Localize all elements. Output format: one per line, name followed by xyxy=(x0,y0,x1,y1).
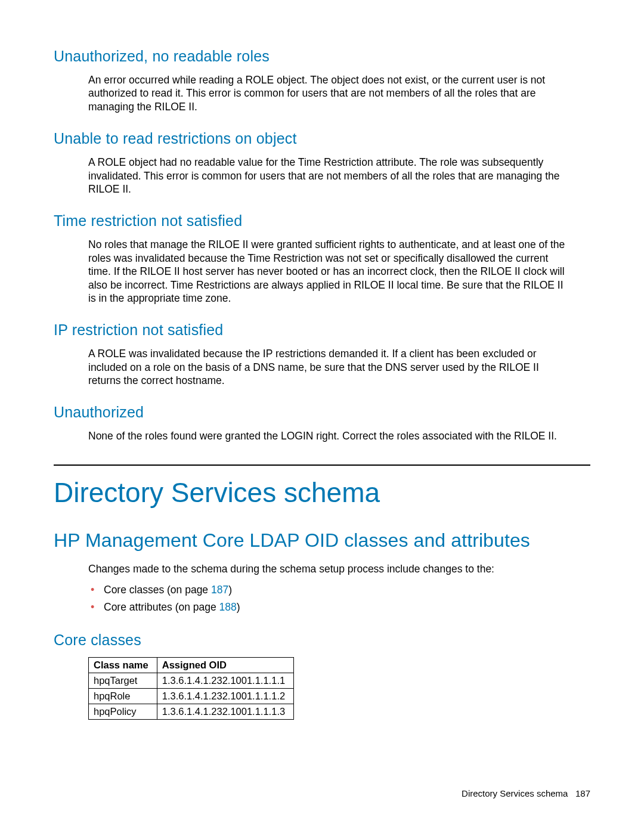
table-cell: 1.3.6.1.4.1.232.1001.1.1.1.3 xyxy=(157,704,293,720)
page-footer: Directory Services schema 187 xyxy=(462,788,590,798)
intro-text: Changes made to the schema during the sc… xyxy=(88,563,590,575)
table-row: hpqPolicy 1.3.6.1.4.1.232.1001.1.1.1.3 xyxy=(89,704,294,720)
table-header-row: Class name Assigned OID xyxy=(89,658,294,673)
page-link[interactable]: 187 xyxy=(211,584,228,596)
table-row: hpqTarget 1.3.6.1.4.1.232.1001.1.1.1.1 xyxy=(89,673,294,689)
core-classes-table: Class name Assigned OID hpqTarget 1.3.6.… xyxy=(88,657,294,720)
table-header-cell: Class name xyxy=(89,658,157,673)
footer-text: Directory Services schema xyxy=(462,788,568,798)
table-row: hpqRole 1.3.6.1.4.1.232.1001.1.1.1.2 xyxy=(89,689,294,704)
section-body: A ROLE object had no readable value for … xyxy=(88,156,571,196)
core-classes-heading: Core classes xyxy=(54,631,590,649)
table-cell: hpqTarget xyxy=(89,673,157,689)
main-title: Directory Services schema xyxy=(54,476,590,509)
list-text-suffix: ) xyxy=(237,601,240,613)
section-body: A ROLE was invalidated because the IP re… xyxy=(88,347,571,387)
subsection-title: HP Management Core LDAP OID classes and … xyxy=(54,530,590,551)
section-heading: Unable to read restrictions on object xyxy=(54,130,590,147)
section-heading: Unauthorized, no readable roles xyxy=(54,48,590,65)
section-heading: IP restriction not satisfied xyxy=(54,321,590,339)
list-item: Core attributes (on page 188) xyxy=(104,599,590,616)
section-heading: Unauthorized xyxy=(54,404,590,421)
footer-page-number: 187 xyxy=(575,788,590,798)
section-body: An error occurred while reading a ROLE o… xyxy=(88,73,571,113)
list-text: Core attributes (on page xyxy=(104,601,219,613)
table-header-cell: Assigned OID xyxy=(157,658,293,673)
list-text-suffix: ) xyxy=(228,584,232,596)
table-cell: 1.3.6.1.4.1.232.1001.1.1.1.1 xyxy=(157,673,293,689)
page-link[interactable]: 188 xyxy=(219,601,237,613)
bullet-list: Core classes (on page 187) Core attribut… xyxy=(104,581,590,616)
document-page: Unauthorized, no readable roles An error… xyxy=(0,0,644,833)
table-cell: hpqRole xyxy=(89,689,157,704)
table-cell: 1.3.6.1.4.1.232.1001.1.1.1.2 xyxy=(157,689,293,704)
table-cell: hpqPolicy xyxy=(89,704,157,720)
horizontal-rule xyxy=(54,465,590,466)
list-text: Core classes (on page xyxy=(104,584,211,596)
list-item: Core classes (on page 187) xyxy=(104,581,590,599)
section-body: No roles that manage the RILOE II were g… xyxy=(88,238,571,305)
section-heading: Time restriction not satisfied xyxy=(54,212,590,230)
section-body: None of the roles found were granted the… xyxy=(88,429,571,442)
